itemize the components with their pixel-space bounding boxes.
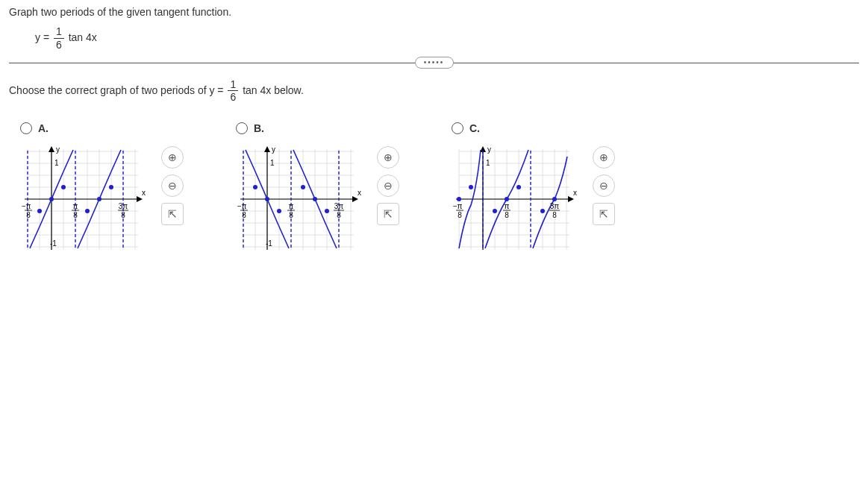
- xmid-num: π: [73, 202, 78, 210]
- svg-point-99: [516, 185, 521, 189]
- instr-denominator: 6: [228, 91, 238, 104]
- svg-point-63: [253, 185, 257, 189]
- option-b-header[interactable]: B.: [236, 122, 399, 134]
- tools-b: ⊕ ⊖ ⇱: [377, 146, 399, 225]
- zoom-in-icon: ⊕: [168, 151, 177, 163]
- y-axis-label: y: [487, 145, 491, 154]
- eq-fraction: 1 6: [54, 25, 64, 51]
- instr-numerator: 1: [228, 78, 238, 92]
- zoom-out-button[interactable]: ⊖: [377, 174, 399, 197]
- svg-marker-55: [264, 146, 270, 152]
- xright-num: 3π: [334, 202, 344, 210]
- svg-point-29: [61, 185, 66, 189]
- y-top-label: 1: [486, 159, 490, 167]
- xleft-num: π: [458, 202, 463, 210]
- svg-point-28: [37, 209, 42, 213]
- xmid-den: 8: [73, 211, 78, 219]
- zoom-in-button[interactable]: ⊕: [377, 146, 399, 169]
- svg-point-65: [301, 185, 305, 189]
- svg-point-62: [313, 197, 317, 201]
- svg-point-101: [469, 185, 473, 189]
- xleft-den: 8: [26, 211, 31, 219]
- tools-a: ⊕ ⊖ ⇱: [161, 146, 184, 225]
- radio-c[interactable]: [452, 122, 463, 134]
- svg-point-100: [540, 209, 545, 213]
- option-c-label: C.: [469, 122, 480, 134]
- svg-marker-92: [568, 196, 574, 202]
- popout-button[interactable]: ⇱: [377, 203, 399, 225]
- svg-point-98: [493, 209, 497, 213]
- xmid-den: 8: [505, 211, 509, 219]
- xright-num: 3π: [119, 202, 128, 210]
- option-a: A.: [20, 122, 184, 257]
- instr-prefix: Choose the correct graph of two periods …: [9, 84, 226, 96]
- y-top-label: 1: [270, 159, 275, 167]
- y-bottom-label: -1: [266, 239, 272, 248]
- option-c-header[interactable]: C.: [452, 122, 615, 134]
- y-axis-label: y: [272, 145, 275, 154]
- instruction-text: Choose the correct graph of two periods …: [9, 78, 859, 104]
- popout-icon: ⇱: [599, 208, 608, 220]
- radio-a[interactable]: [20, 122, 32, 134]
- graph-c: y x 1 − π 8 π 8 3π 8: [452, 142, 582, 257]
- xmid-num: π: [505, 202, 510, 210]
- svg-marker-20: [49, 146, 54, 152]
- zoom-out-icon: ⊖: [384, 180, 393, 192]
- option-b: B.: [236, 122, 399, 257]
- options-row: A.: [20, 122, 859, 257]
- option-a-label: A.: [38, 122, 49, 134]
- option-a-header[interactable]: A.: [20, 122, 184, 134]
- zoom-out-icon: ⊖: [168, 180, 177, 192]
- svg-marker-57: [352, 196, 358, 202]
- zoom-in-button[interactable]: ⊕: [161, 146, 184, 169]
- xright-den: 8: [337, 211, 341, 219]
- svg-point-97: [552, 197, 557, 201]
- eq-suffix: tan 4x: [69, 31, 97, 43]
- zoom-out-button[interactable]: ⊖: [593, 174, 615, 197]
- radio-b[interactable]: [236, 122, 248, 134]
- option-b-label: B.: [254, 122, 264, 134]
- xright-num: 3π: [550, 202, 560, 210]
- svg-point-64: [277, 209, 281, 213]
- svg-point-96: [505, 197, 509, 201]
- graph-b: y x 1 -1 − π 8 π 8 3π 8: [236, 142, 366, 257]
- popout-button[interactable]: ⇱: [593, 203, 615, 225]
- y-top-label: 1: [54, 159, 59, 167]
- popout-icon: ⇱: [168, 208, 177, 220]
- eq-prefix: y =: [35, 31, 52, 43]
- svg-point-30: [85, 209, 90, 213]
- zoom-in-icon: ⊕: [384, 151, 393, 163]
- xleft-num: π: [26, 202, 31, 210]
- popout-button[interactable]: ⇱: [161, 203, 184, 225]
- question-text: Graph two periods of the given tangent f…: [9, 6, 859, 18]
- graph-c-container: y x 1 − π 8 π 8 3π 8 ⊕ ⊖ ⇱: [452, 142, 615, 257]
- xleft-den: 8: [242, 211, 246, 219]
- svg-point-61: [265, 197, 269, 201]
- separator-handle[interactable]: •••••: [415, 57, 454, 69]
- instr-suffix: tan 4x below.: [243, 84, 304, 96]
- svg-marker-22: [137, 196, 143, 202]
- svg-point-31: [109, 185, 113, 189]
- svg-point-95: [457, 197, 461, 201]
- eq-denominator: 6: [54, 39, 64, 51]
- xmid-den: 8: [289, 211, 293, 219]
- question-equation: y = 1 6 tan 4x: [35, 25, 859, 51]
- graph-b-container: y x 1 -1 − π 8 π 8 3π 8 ⊕ ⊖ ⇱: [236, 142, 399, 257]
- instr-fraction: 1 6: [228, 78, 238, 104]
- y-axis-label: y: [56, 145, 60, 154]
- xright-den: 8: [552, 211, 557, 219]
- zoom-out-button[interactable]: ⊖: [161, 174, 184, 197]
- svg-point-26: [49, 197, 54, 201]
- x-axis-label: x: [573, 189, 577, 197]
- xleft-num: π: [242, 202, 247, 210]
- xleft-den: 8: [458, 211, 462, 219]
- option-c: C.: [452, 122, 615, 257]
- zoom-out-icon: ⊖: [599, 180, 608, 192]
- eq-numerator: 1: [54, 25, 64, 39]
- tools-c: ⊕ ⊖ ⇱: [593, 146, 615, 225]
- zoom-in-icon: ⊕: [599, 151, 608, 163]
- svg-point-27: [97, 197, 102, 201]
- popout-icon: ⇱: [384, 208, 393, 220]
- zoom-in-button[interactable]: ⊕: [593, 146, 615, 169]
- xright-den: 8: [121, 211, 125, 219]
